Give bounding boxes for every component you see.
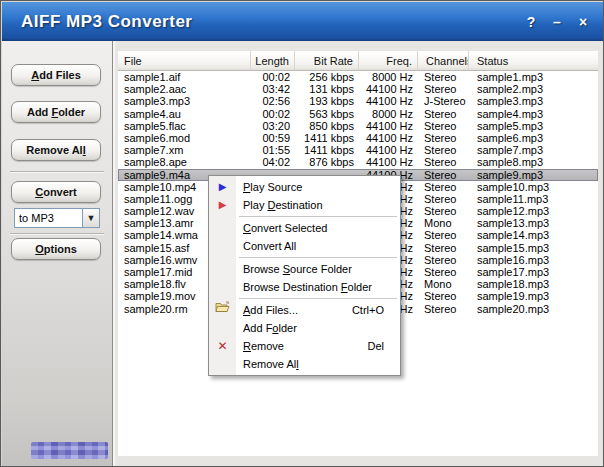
titlebar-controls: ? – × xyxy=(523,2,591,41)
cell-status: sample6.mp3 xyxy=(469,132,598,144)
titlebar[interactable]: AIFF MP3 Converter ? – × xyxy=(2,2,603,41)
cell-freq: 8000 Hz xyxy=(359,71,418,83)
cell-status: sample14.mp3 xyxy=(469,229,598,241)
cell-length: 00:02 xyxy=(251,71,295,83)
app-window: AIFF MP3 Converter ? – × Add Files Add F… xyxy=(0,0,604,467)
cell-channels: Stereo xyxy=(418,193,469,205)
menu-item-add-folder[interactable]: Add Folder xyxy=(209,319,400,337)
cell-bitrate: 131 kbps xyxy=(295,83,359,95)
minimize-button[interactable]: – xyxy=(549,14,565,30)
cell-status: sample1.mp3 xyxy=(469,71,598,83)
table-row[interactable]: sample8.ape 04:02 876 kbps 44100 Hz Ster… xyxy=(118,156,598,168)
options-button[interactable]: Options xyxy=(11,238,101,260)
cell-status: sample8.mp3 xyxy=(469,156,598,168)
close-button[interactable]: × xyxy=(575,14,591,30)
sidebar-separator xyxy=(10,233,104,235)
menu-shortcut: Del xyxy=(367,340,400,352)
menu-item-label: Remove xyxy=(243,340,284,352)
cell-length: 03:42 xyxy=(251,83,295,95)
table-row[interactable]: sample1.aif 00:02 256 kbps 8000 Hz Stere… xyxy=(118,71,598,83)
context-menu: ▶ Play Source ▶ Play Destination Convert… xyxy=(208,175,401,376)
menu-item-convert-all[interactable]: Convert All xyxy=(209,237,400,255)
remove-all-button[interactable]: Remove All xyxy=(11,139,101,161)
table-row[interactable]: sample3.mp3 02:56 193 kbps 44100 Hz J-St… xyxy=(118,95,598,107)
menu-item-label: Play Destination xyxy=(243,199,323,211)
menu-item-play-destination[interactable]: ▶ Play Destination xyxy=(209,196,400,214)
menu-item-label: Convert Selected xyxy=(243,222,327,234)
menu-item-browse-source-folder[interactable]: Browse Source Folder xyxy=(209,260,400,278)
cell-channels: Stereo xyxy=(418,120,469,132)
table-row[interactable]: sample2.aac 03:42 131 kbps 44100 Hz Ster… xyxy=(118,83,598,95)
blurred-link[interactable] xyxy=(31,442,108,459)
menu-item-play-source[interactable]: ▶ Play Source xyxy=(209,178,400,196)
table-row[interactable]: sample5.flac 03:20 850 kbps 44100 Hz Ste… xyxy=(118,120,598,132)
cell-status: sample20.mp3 xyxy=(469,303,598,315)
remove-x-icon: ✕ xyxy=(209,337,236,355)
menu-item-label: Browse Source Folder xyxy=(243,263,352,275)
cell-status: sample2.mp3 xyxy=(469,83,598,95)
cell-bitrate: 193 kbps xyxy=(295,95,359,107)
cell-freq: 44100 Hz xyxy=(359,144,418,156)
column-header-status[interactable]: Status xyxy=(469,51,598,70)
column-header-bitrate[interactable]: Bit Rate xyxy=(295,51,359,70)
cell-file: sample5.flac xyxy=(118,120,251,132)
cell-status: sample9.mp3 xyxy=(469,169,598,181)
cell-channels: Stereo xyxy=(418,144,469,156)
menu-item-remove[interactable]: ✕ Remove Del xyxy=(209,337,400,355)
menu-item-label: Browse Destination Folder xyxy=(243,281,372,293)
cell-status: sample16.mp3 xyxy=(469,254,598,266)
cell-channels: Mono xyxy=(418,217,469,229)
cell-status: sample4.mp3 xyxy=(469,108,598,120)
menu-item-label: Add Files... xyxy=(243,304,298,316)
convert-format-value: to MP3 xyxy=(15,212,82,224)
cell-channels: Stereo xyxy=(418,83,469,95)
column-header-channels[interactable]: Channels xyxy=(418,51,469,70)
column-header-length[interactable]: Length xyxy=(251,51,295,70)
cell-bitrate: 850 kbps xyxy=(295,120,359,132)
column-header-file[interactable]: File xyxy=(118,51,251,70)
cell-bitrate: 1411 kbps xyxy=(295,132,359,144)
convert-format-select[interactable]: to MP3 ▼ xyxy=(14,208,100,228)
cell-channels: Stereo xyxy=(418,71,469,83)
cell-length: 03:20 xyxy=(251,120,295,132)
help-button[interactable]: ? xyxy=(523,14,539,30)
cell-channels: J-Stereo xyxy=(418,95,469,107)
cell-channels: Stereo xyxy=(418,242,469,254)
cell-channels: Stereo xyxy=(418,229,469,241)
table-row[interactable]: sample6.mod 00:59 1411 kbps 44100 Hz Ste… xyxy=(118,132,598,144)
cell-length: 00:59 xyxy=(251,132,295,144)
cell-file: sample2.aac xyxy=(118,83,251,95)
convert-button[interactable]: Convert xyxy=(11,181,101,203)
cell-freq: 8000 Hz xyxy=(359,108,418,120)
menu-item-label: Convert All xyxy=(243,240,296,252)
column-header-freq[interactable]: Freq. xyxy=(359,51,418,70)
cell-status: sample15.mp3 xyxy=(469,242,598,254)
cell-channels: Mono xyxy=(418,278,469,290)
dropdown-arrow-icon[interactable]: ▼ xyxy=(82,209,99,227)
cell-channels: Stereo xyxy=(418,266,469,278)
cell-channels: Stereo xyxy=(418,181,469,193)
cell-bitrate: 256 kbps xyxy=(295,71,359,83)
menu-item-convert-selected[interactable]: Convert Selected xyxy=(209,219,400,237)
table-row[interactable]: sample4.au 00:02 563 kbps 8000 Hz Stereo… xyxy=(118,108,598,120)
cell-status: sample7.mp3 xyxy=(469,144,598,156)
cell-status: sample17.mp3 xyxy=(469,266,598,278)
sidebar: Add Files Add Folder Remove All Convert … xyxy=(2,41,112,467)
menu-item-add-files[interactable]: Add Files... Ctrl+O xyxy=(209,301,400,319)
table-row[interactable]: sample7.xm 01:55 1411 kbps 44100 Hz Ster… xyxy=(118,144,598,156)
menu-shortcut: Ctrl+O xyxy=(352,304,400,316)
menu-item-remove-all[interactable]: Remove All xyxy=(209,355,400,373)
cell-freq: 44100 Hz xyxy=(359,83,418,95)
cell-freq: 44100 Hz xyxy=(359,95,418,107)
add-files-button[interactable]: Add Files xyxy=(11,64,101,86)
play-source-icon: ▶ xyxy=(209,178,236,196)
add-folder-button[interactable]: Add Folder xyxy=(11,101,101,123)
cell-file: sample6.mod xyxy=(118,132,251,144)
cell-channels: Stereo xyxy=(418,132,469,144)
cell-status: sample18.mp3 xyxy=(469,278,598,290)
cell-status: sample13.mp3 xyxy=(469,217,598,229)
cell-channels: Stereo xyxy=(418,169,469,181)
play-destination-icon: ▶ xyxy=(209,196,236,214)
cell-freq: 44100 Hz xyxy=(359,132,418,144)
menu-item-browse-destination-folder[interactable]: Browse Destination Folder xyxy=(209,278,400,296)
